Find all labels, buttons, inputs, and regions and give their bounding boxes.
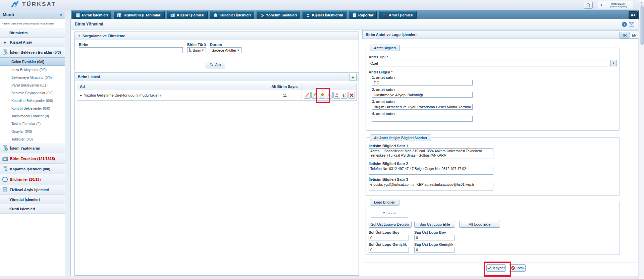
durum-label: Durum <box>210 43 222 47</box>
durum-select[interactable]: Sadece Aktifler ▼ <box>210 47 241 53</box>
move-user-button[interactable] <box>326 92 333 99</box>
antet-tipi-select[interactable]: Özel ▼ <box>369 60 617 66</box>
tab-turkish[interactable]: TR <box>620 32 629 39</box>
sidebar-item-beklemeye-alinanlar[interactable]: Beklemeye Alınanlar (0/0) <box>0 73 65 81</box>
column-header-alt-birim-sayisi[interactable]: Alt Birim Sayısı <box>268 83 302 90</box>
row-expand-icon[interactable]: ▶ <box>80 94 82 97</box>
antet-row-2-input[interactable] <box>372 92 473 98</box>
iletisim-1-textarea[interactable]: Adres : Bahcelievler Mah.319 cad. 35/4 A… <box>369 148 493 159</box>
sidebar-collapse-icon[interactable]: « <box>59 12 62 17</box>
main-toolbar: Evrak İşlemleri Teşkilat/Kişi Tanımları … <box>71 10 639 19</box>
sidebar-item-islem-yaptiklarim[interactable]: İşlem Yaptıklarım <box>0 143 65 153</box>
user-menu-dropdown[interactable]: ▼ İsmail DEMİR (Demo Sayfası) <box>598 1 634 9</box>
report-icon <box>352 13 357 17</box>
pin-unit-button[interactable] <box>319 92 325 99</box>
sidebar-item-kisisel-arsiv[interactable]: ▶Kişisel Arşiv <box>0 38 65 47</box>
chevron-down-icon: ▼ <box>201 49 206 52</box>
save-button[interactable]: Kaydet <box>486 264 506 272</box>
antet-row-4-label: 4. antet satırı <box>372 112 395 116</box>
scrollbar-thumb[interactable] <box>640 6 644 45</box>
add-unit-button[interactable]: + <box>349 74 357 81</box>
sidebar-item-kontrol-bekleyenler[interactable]: Kontrol Bekleyenler (0/0) <box>0 104 65 112</box>
sidebar-item-kurul-islemleri[interactable]: Kurul İşlemleri <box>0 204 65 214</box>
sidebar-item-label: Bildirimler (10/13) <box>10 177 41 181</box>
sidebar-item-yonetici-islemleri[interactable]: Yönetici İşlemleri <box>0 195 65 204</box>
person-icon <box>306 13 310 17</box>
antet-row-3-input[interactable] <box>372 104 473 110</box>
document-clock-icon <box>2 49 8 55</box>
tab-english[interactable]: EN <box>629 32 639 39</box>
sidebar-item-fiziksel-arsiv-islemleri[interactable]: Fiziksel Arşiv İşlemleri <box>0 184 65 195</box>
column-header-ad[interactable]: Ad <box>77 83 268 90</box>
toolbar-item-yonetim-sayfalari[interactable]: Yönetim Sayfaları <box>257 11 300 19</box>
font-increase-button[interactable]: A+ <box>629 11 638 19</box>
dropdown-arrow-icon[interactable]: ▼ <box>610 60 616 66</box>
sidebar-item-imza-bekleyenler[interactable]: İmza Bekleyenler (0/0) <box>0 66 65 73</box>
change-top-left-logo-button[interactable]: Sol Üst Logoyu Değiştir <box>369 221 412 228</box>
sidebar-item-tebligler[interactable]: Tebliğler (0/0) <box>0 135 65 143</box>
logo-thumbnail-text: TURKSAT <box>386 212 397 214</box>
list-panel: Birim Listesi + Ad Alt Birim Sayısı ▶ Ya… <box>74 72 359 276</box>
sidebar-item-islem-bekleyen-evraklar[interactable]: İşlem Bekleyen Evraklar (0/3) <box>0 47 65 57</box>
sidebar-item-birim-evraklari[interactable]: Birim Evrakları (121/1315) <box>0 153 65 164</box>
toolbar-item-evrak-islemleri[interactable]: Evrak İşlemleri <box>72 11 111 19</box>
page-scrollbar[interactable]: ∧ <box>639 0 644 279</box>
sol-ust-logo-boy-input[interactable] <box>369 235 409 240</box>
toolbar-item-teskilat-kisi-tanimlari[interactable]: Teşkilat/Kişi Tanımları <box>114 11 165 19</box>
sag-ust-logo-genislik-input[interactable] <box>414 247 454 253</box>
toolbar-item-kullanici-islemleri[interactable]: Kullanıcı İşlemleri <box>210 11 254 19</box>
delete-x-icon <box>349 93 354 98</box>
iletisim-2-textarea[interactable]: Telefon No: 0312 497 47 47 Belge Geçer N… <box>369 166 493 175</box>
sort-order-icon <box>342 93 346 98</box>
sidebar-item-label: İmza Bekleyenler (0/0) <box>11 68 47 72</box>
sidebar-item-kapatma-islemleri[interactable]: Kapatma İşlemleri (0/0) <box>0 164 65 174</box>
antet-tipi-label: Antet Tipi* <box>369 55 388 59</box>
sag-ust-logo-boy-label: Sağ Üst Logo Boy <box>414 230 446 234</box>
toolbar-item-klasor-islemleri[interactable]: Klasör İşlemleri <box>167 11 208 19</box>
iletisim-3-textarea[interactable]: e-posta: ygd@turksat.com.tr KEP adresi:t… <box>369 182 493 190</box>
sag-ust-logo-boy-input[interactable] <box>414 235 454 240</box>
add-bottom-logo-button[interactable]: Alt Logo Ekle <box>459 221 500 228</box>
sidebar-item-bildirimler[interactable]: Bildirimler (10/13) <box>0 174 65 184</box>
order-units-button[interactable] <box>341 92 347 99</box>
unit-users-button[interactable] <box>333 92 340 99</box>
sidebar-item-onaylar[interactable]: Onaylar (0/0) <box>0 127 65 135</box>
sol-ust-logo-genislik-input[interactable] <box>369 247 409 253</box>
sol-ust-logo-boy-label: Sol Üst Logo Boy <box>369 230 399 234</box>
sidebar-item-taslak-evraklar[interactable]: Taslak Evraklar (2) <box>0 120 65 127</box>
sidebar-item-birimlerim[interactable]: Birimlerim <box>0 28 65 38</box>
column-divider <box>361 30 361 276</box>
toolbar-item-amir-islemleri[interactable]: Amir İşlemleri <box>379 11 417 19</box>
sidebar-item-benimle-paylasilanlar[interactable]: Benimle Paylaşılanlar (0/0) <box>0 89 65 97</box>
search-button[interactable]: Ara <box>206 61 225 68</box>
sidebar-org-label: Yazılım Geliştirme Direktörlüğü (il müdü… <box>0 19 65 28</box>
sidebar-item-label: Paraf Bekleyenler (0/1) <box>11 83 47 87</box>
sidebar-item-takibimdeki-evraklar[interactable]: Takibimdeki Evraklar (0) <box>0 112 65 120</box>
toolbar-item-kisisel-islemlerim[interactable]: Kişisel İşlemlerim <box>303 11 346 19</box>
cancel-button[interactable]: İptal <box>509 264 526 272</box>
toolbar-item-raporlar[interactable]: Raporlar <box>349 11 377 19</box>
sidebar-splitter[interactable] <box>65 19 71 276</box>
birim-input[interactable] <box>79 47 183 53</box>
table-row[interactable]: ▶ Yazılım Geliştirme Direktörlüğü (il mü… <box>77 90 356 100</box>
antet-row-1-input[interactable] <box>372 80 473 86</box>
help-icon[interactable]: ? <box>622 22 627 27</box>
antet-row-4-input[interactable] <box>372 116 473 122</box>
scroll-up-arrow[interactable]: ∧ <box>639 0 644 6</box>
mail-icon[interactable] <box>629 22 634 26</box>
delete-unit-button[interactable] <box>348 92 355 99</box>
sidebar-item-koordine-bekleyenler[interactable]: Koordine Bekleyenler (0/0) <box>0 97 65 104</box>
birim-turu-select[interactable]: İç Birim ▼ <box>187 47 206 53</box>
filter-panel-header[interactable]: ▼ Sorgulama ve Filtreleme <box>75 32 359 40</box>
add-top-right-logo-button[interactable]: Sağ Üst Logo Ekle <box>414 221 455 228</box>
turksat-bird-icon <box>382 212 385 215</box>
collapse-triangle-icon: ▼ <box>78 35 80 38</box>
folder-icon <box>170 13 175 17</box>
sidebar-item-paraf-bekleyenler[interactable]: Paraf Bekleyenler (0/1) <box>0 81 65 89</box>
edit-unit-button[interactable] <box>304 92 311 99</box>
save-button-label: Kaydet <box>493 266 504 270</box>
sidebar-item-label: Kişisel Arşiv <box>10 40 32 44</box>
edit-antet-button[interactable] <box>311 92 318 99</box>
global-search-button[interactable] <box>584 2 593 9</box>
sidebar-item-gelen-evraklar[interactable]: Gelen Evraklar (0/0) <box>0 57 65 66</box>
